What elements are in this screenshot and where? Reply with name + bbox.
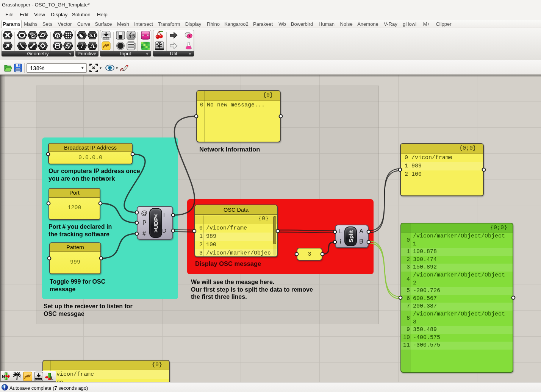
svg-text:A: A <box>91 42 95 49</box>
svg-text:N: N <box>2 374 5 379</box>
svg-text:5: 5 <box>132 33 135 39</box>
svg-text:7: 7 <box>80 42 83 49</box>
svg-text:0.1: 0.1 <box>89 33 95 38</box>
svg-text:L: L <box>51 376 53 380</box>
